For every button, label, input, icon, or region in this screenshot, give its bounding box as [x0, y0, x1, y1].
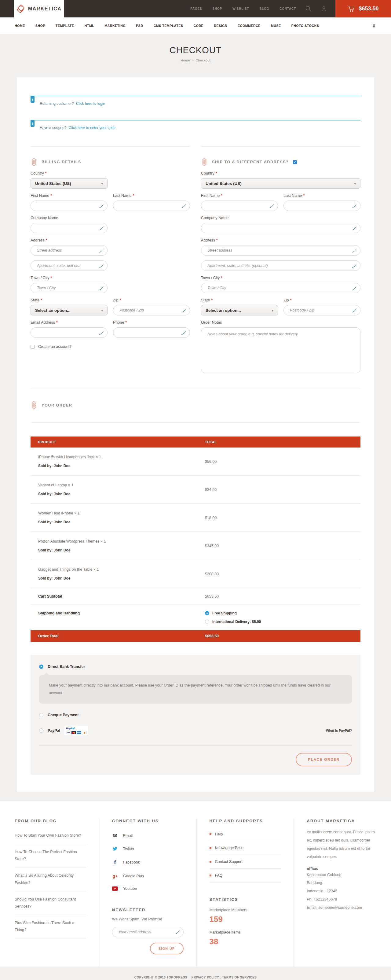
social-facebook-link[interactable]: Facebook — [123, 860, 140, 864]
top-nav-shop[interactable]: SHOP — [212, 7, 222, 10]
shipping-town-label: Town / City* — [201, 276, 361, 280]
billing-company-label: Company Name — [30, 216, 108, 220]
billing-first-name-input[interactable] — [31, 201, 107, 211]
product-total: $345.00 — [205, 544, 353, 548]
social-twitter-link[interactable]: Twitter — [123, 847, 134, 851]
ship-different-checkbox[interactable] — [293, 160, 297, 164]
help-title: HELP AND SUPPORTS — [210, 819, 281, 823]
bank-transfer-radio[interactable] — [39, 665, 43, 669]
order-total-label: Order Total — [38, 634, 205, 638]
top-nav-wishlist[interactable]: WISHLIST — [232, 7, 249, 10]
billing-street-input[interactable] — [31, 245, 107, 255]
shipping-label: Shipping and Handling — [38, 611, 205, 624]
place-order-button[interactable]: PLACE ORDER — [296, 753, 352, 766]
column-product: PRODUCT — [38, 440, 205, 444]
search-icon[interactable] — [305, 5, 312, 12]
cat-cms-templates[interactable]: CMS TEMPLATES — [154, 24, 183, 27]
order-notes-textarea[interactable] — [201, 328, 360, 373]
brand-logo[interactable]: MARKETICA — [14, 0, 64, 18]
shipping-last-name-input[interactable] — [284, 201, 360, 211]
amex-icon — [77, 731, 81, 734]
cat-home[interactable]: HOME — [15, 24, 25, 27]
info-icon — [30, 96, 35, 103]
breadcrumb-current: Checkout — [196, 58, 210, 62]
cat-design[interactable]: DESIGN — [214, 24, 227, 27]
cat-photo-stocks[interactable]: PHOTO STOCKS — [291, 24, 319, 27]
office-line: Bandung. — [307, 879, 378, 887]
tag-icon — [16, 4, 25, 14]
blog-link[interactable]: Plus Size Fashion: Is There Such a Thing… — [15, 915, 86, 939]
billing-last-name-input[interactable] — [113, 201, 190, 211]
cat-html[interactable]: HTML — [84, 24, 94, 27]
shipping-street-input[interactable] — [201, 245, 360, 255]
shipping-country-select[interactable]: United States (US) — [201, 178, 361, 189]
billing-apartment-input[interactable] — [31, 261, 107, 270]
chevron-down-icon — [101, 307, 103, 313]
coupon-link[interactable]: Click here to enter your code — [69, 126, 116, 130]
newsletter-tagline: We Won't Spam, We Promise — [112, 917, 184, 921]
billing-email-input[interactable] — [31, 328, 107, 337]
cat-psd[interactable]: PSD — [136, 24, 143, 27]
social-googleplus-link[interactable]: Google Plus — [123, 874, 144, 878]
create-account-checkbox[interactable] — [30, 345, 35, 349]
login-link[interactable]: Click here to login — [76, 102, 105, 106]
user-icon[interactable] — [321, 6, 327, 12]
social-email-link[interactable]: Email — [123, 834, 133, 838]
top-nav-blog[interactable]: BLOG — [259, 7, 269, 10]
shipping-company-input[interactable] — [201, 223, 360, 233]
free-shipping-radio[interactable] — [205, 611, 209, 615]
social-youtube-link[interactable]: Youtube — [123, 886, 137, 891]
top-header: MARKETICA PAGES SHOP WISHLIST BLOG CONTA… — [0, 0, 391, 18]
cart-button[interactable]: $653.50 — [335, 0, 391, 18]
breadcrumb-home[interactable]: Home — [181, 58, 190, 62]
paypal-radio[interactable] — [39, 729, 43, 733]
top-nav-contact[interactable]: CONTACT — [280, 7, 296, 10]
top-nav-pages[interactable]: PAGES — [190, 7, 202, 10]
shipping-company-label: Company Name — [201, 216, 361, 220]
shipping-title: SHIP TO A DIFFERENT ADDRESS? — [212, 160, 289, 164]
more-categories-icon[interactable] — [372, 23, 376, 29]
billing-phone-input[interactable] — [113, 328, 190, 337]
cat-ecommerce[interactable]: ECOMMERCE — [238, 24, 261, 27]
billing-company-input[interactable] — [31, 223, 107, 233]
cat-marketing[interactable]: MARKETING — [105, 24, 126, 27]
blog-link[interactable]: How To Choose The Perfect Fashion Store? — [15, 844, 86, 867]
layers-icon — [30, 401, 37, 410]
blog-link[interactable]: How To Start Your Own Fashion Store? — [15, 827, 86, 844]
billing-country-select[interactable]: United States (US) — [30, 178, 108, 189]
paypal-label: PayPal — [48, 729, 60, 733]
international-delivery-radio[interactable] — [205, 620, 209, 624]
shipping-zip-label: Zip* — [283, 298, 361, 302]
signup-button[interactable]: SIGN UP — [150, 943, 184, 955]
help-link[interactable]: Help — [210, 827, 281, 841]
page-header: CHECKOUT Home › Checkout — [0, 34, 391, 77]
shipping-zip-input[interactable] — [284, 305, 360, 315]
blog-link[interactable]: What is So Alluring About Celebrity Fash… — [15, 867, 86, 891]
cat-template[interactable]: TEMPLATE — [56, 24, 74, 27]
category-nav: HOME SHOP TEMPLATE HTML MARKETING PSD CM… — [0, 18, 391, 34]
shipping-first-name-input[interactable] — [201, 201, 278, 211]
chevron-down-icon — [354, 181, 356, 186]
subtotal-value: $653.50 — [205, 594, 353, 598]
shipping-apartment-input[interactable] — [201, 261, 360, 270]
cat-shop[interactable]: SHOP — [35, 24, 45, 27]
list-item: Email — [112, 829, 184, 842]
billing-town-input[interactable] — [31, 283, 107, 293]
help-link[interactable]: Contact Support — [210, 855, 281, 869]
shipping-town-input[interactable] — [201, 283, 360, 293]
footer-connect-column: CONNECT WITH US Email Twitter Facebook G… — [99, 819, 196, 967]
bullet-icon — [210, 833, 211, 835]
billing-phone-label: Phone* — [113, 320, 190, 325]
help-link[interactable]: Knowladge Base — [210, 841, 281, 855]
billing-zip-input[interactable] — [113, 305, 190, 315]
what-is-paypal-link[interactable]: What is PayPal? — [326, 729, 352, 732]
cat-code[interactable]: CODE — [193, 24, 203, 27]
cat-muse[interactable]: MUSE — [271, 24, 281, 27]
billing-state-select[interactable]: Select an option... — [30, 305, 108, 315]
cheque-payment-radio[interactable] — [39, 713, 43, 717]
legal-links[interactable]: PRIVACY POLICY . TERMS OF SERVICES — [192, 976, 257, 979]
help-link[interactable]: FAQ — [210, 869, 281, 883]
shipping-state-select[interactable]: Select an option... — [201, 305, 278, 315]
blog-link[interactable]: Should You Use Fashion Consultant Servic… — [15, 891, 86, 915]
newsletter-email-input[interactable] — [113, 927, 183, 937]
